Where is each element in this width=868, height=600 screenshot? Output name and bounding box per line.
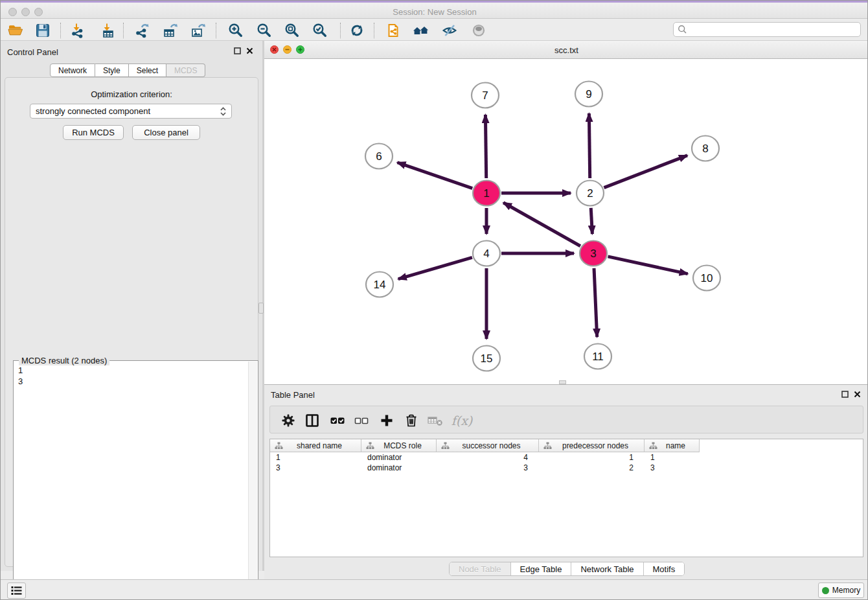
float-table-panel-icon[interactable] [841,391,849,398]
graph-node-1[interactable]: 1 [473,181,500,206]
close-panel-icon[interactable] [246,47,253,54]
graph-edge-3-11[interactable] [594,268,597,337]
graph-edge-2-3[interactable] [591,208,592,234]
table-row[interactable]: 1dominator411 [270,452,863,463]
table-cell[interactable]: 3 [270,463,361,473]
optimization-criterion-label: Optimization criterion: [5,89,258,99]
network-canvas[interactable]: 7968124314101511 [264,59,868,384]
tab-network-table[interactable]: Network Table [571,562,643,575]
tab-node-table[interactable]: Node Table [450,562,510,575]
table-cell[interactable]: dominator [361,452,437,463]
zoom-out-icon[interactable] [255,21,273,40]
search-icon [678,25,687,34]
float-panel-icon[interactable] [234,47,241,54]
control-panel-tabs: NetworkStyleSelectMCDS [50,63,205,77]
clone-network-icon[interactable] [384,21,402,40]
home-view-icon[interactable] [412,21,430,40]
graph-node-6[interactable]: 6 [365,144,393,169]
settings-icon[interactable] [279,411,297,430]
column-header-name[interactable]: name [645,439,700,452]
graph-node-11[interactable]: 11 [584,344,611,369]
tab-mcds[interactable]: MCDS [166,63,205,77]
column-header-successor-nodes[interactable]: successor nodes [437,439,539,452]
function-builder-icon[interactable]: f(x) [450,411,474,430]
svg-text:3: 3 [590,248,596,260]
node-table: shared nameMCDS rolesuccessor nodesprede… [269,439,863,557]
graph-node-3[interactable]: 3 [580,241,607,266]
import-table-icon[interactable] [99,21,117,40]
select-stepper-icon [220,107,226,116]
export-image-icon[interactable] [189,21,207,40]
export-network-icon[interactable] [133,21,152,40]
control-panel-title: Control Panel [7,47,58,57]
graph-node-9[interactable]: 9 [575,82,602,107]
run-mcds-button[interactable]: Run MCDS [63,125,124,140]
network-graph: 7968124314101511 [264,59,868,384]
table-cell[interactable]: 3 [437,463,539,473]
mcds-panel: Optimization criterion: strongly connect… [5,77,258,567]
memory-status-icon [822,587,829,594]
mcds-result-line: 1 [18,365,23,376]
graph-node-14[interactable]: 14 [366,272,393,297]
table-row[interactable]: 3dominator323 [270,463,863,473]
table-cell[interactable]: 1 [539,452,645,463]
tab-select[interactable]: Select [129,63,166,77]
table-cell[interactable]: 1 [645,452,700,463]
svg-text:15: 15 [481,352,493,365]
close-panel-button[interactable]: Close panel [132,125,200,140]
table-cell[interactable]: dominator [361,463,437,473]
tab-motifs[interactable]: Motifs [643,562,685,575]
unselect-all-columns-icon[interactable] [352,411,371,430]
graph-edge-1-6[interactable] [397,163,472,189]
column-header-shared-name[interactable]: shared name [270,439,361,452]
optimization-criterion-select[interactable]: strongly connected component [30,104,232,119]
vertical-splitter-handle[interactable] [258,303,264,314]
graph-node-8[interactable]: 8 [692,136,719,161]
table-cell[interactable]: 2 [539,463,645,473]
add-column-icon[interactable] [378,411,396,430]
export-table-icon[interactable] [161,21,179,40]
split-columns-icon[interactable] [303,411,321,430]
graph-edge-3-1[interactable] [503,203,580,246]
tab-edge-table[interactable]: Edge Table [510,562,571,575]
column-header-predecessor-nodes[interactable]: predecessor nodes [539,439,645,452]
hide-selected-icon[interactable] [440,21,459,40]
graph-node-15[interactable]: 15 [473,346,500,371]
import-network-icon[interactable] [69,21,87,40]
status-bar: Memory [1,579,868,600]
graph-node-10[interactable]: 10 [693,266,720,291]
refresh-layout-icon[interactable] [348,21,366,40]
tab-style[interactable]: Style [95,63,129,77]
graph-node-4[interactable]: 4 [473,241,500,266]
window-title: Session: New Session [1,7,868,17]
graph-edge-2-8[interactable] [604,156,687,188]
result-scrollbar[interactable] [248,362,257,600]
delete-columns-icon[interactable] [402,411,420,430]
graph-edge-2-9[interactable] [589,113,589,178]
search-input[interactable] [687,25,860,34]
table-cell[interactable]: 3 [645,463,700,473]
column-header-MCDS-role[interactable]: MCDS role [361,439,437,452]
graph-node-7[interactable]: 7 [472,83,499,108]
table-cell[interactable]: 4 [437,452,539,463]
task-history-button[interactable] [7,583,26,599]
delete-table-icon[interactable] [426,411,444,430]
memory-button[interactable]: Memory [818,583,864,598]
show-hidden-icon[interactable] [470,21,488,40]
zoom-fit-icon[interactable] [283,21,301,40]
graph-node-2[interactable]: 2 [577,181,604,206]
select-all-columns-icon[interactable] [328,411,347,430]
zoom-in-icon[interactable] [227,21,245,40]
table-cell[interactable]: 1 [270,452,361,463]
tab-network[interactable]: Network [50,63,95,77]
zoom-selected-icon[interactable] [311,21,329,40]
column-model-icon [649,442,657,450]
open-session-icon[interactable] [6,21,25,40]
save-session-icon[interactable] [34,21,52,40]
table-panel: Table Panel f(x) shared nameMCDS rol [264,384,868,579]
close-table-panel-icon[interactable] [854,391,861,398]
svg-text:8: 8 [702,143,708,155]
graph-edge-4-14[interactable] [398,257,472,279]
graph-edge-3-10[interactable] [608,257,687,274]
graph-edge-1-7[interactable] [485,115,486,178]
